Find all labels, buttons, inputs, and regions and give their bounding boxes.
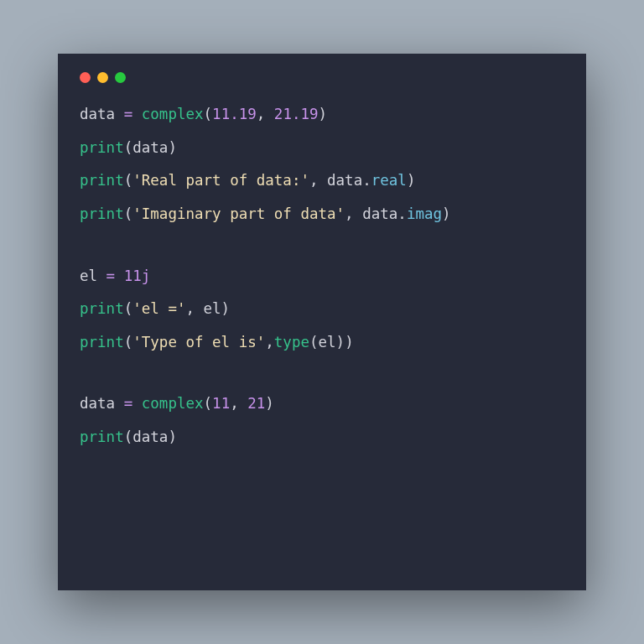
code-token: ( (124, 205, 133, 222)
code-token: data (362, 205, 397, 222)
code-token: data (327, 172, 362, 189)
code-token: ) (221, 300, 231, 317)
code-line: print('Imaginary part of data', data.ima… (80, 205, 564, 225)
code-token: ) (319, 106, 328, 122)
blank-line (80, 366, 564, 394)
code-token (132, 395, 142, 412)
code-token: el (319, 334, 336, 351)
code-token: , (265, 334, 274, 351)
code-token: print (80, 139, 124, 156)
code-line: el = 11j (80, 267, 564, 287)
code-token: 11.19 (212, 106, 257, 122)
minimize-icon[interactable] (97, 72, 108, 83)
code-token: complex (142, 395, 204, 412)
code-token: ) (168, 428, 177, 445)
code-token: )) (336, 334, 354, 351)
code-token: ( (124, 172, 133, 189)
code-line: data = complex(11.19, 21.19) (80, 105, 564, 125)
code-token: ( (124, 428, 133, 445)
code-token: print (80, 334, 124, 351)
code-token: imag (407, 205, 442, 222)
code-token: = (124, 395, 133, 412)
code-token: ( (204, 395, 213, 412)
code-token: type (274, 334, 309, 351)
code-token: ) (442, 205, 451, 222)
code-token: ( (309, 334, 319, 351)
zoom-icon[interactable] (115, 72, 126, 83)
code-token: ( (204, 106, 213, 122)
code-token: el (80, 267, 106, 284)
blank-line (80, 238, 564, 267)
code-token: ) (168, 139, 177, 156)
code-token: ) (265, 395, 274, 412)
code-line: print('Real part of data:', data.real) (80, 171, 564, 191)
code-token: 'el =' (132, 300, 185, 317)
code-token: print (80, 428, 124, 445)
code-token: ) (407, 172, 416, 189)
close-icon[interactable] (80, 72, 91, 83)
code-line: data = complex(11, 21) (80, 394, 564, 414)
code-token: 'Imaginary part of data' (132, 205, 345, 222)
code-token: ( (124, 300, 133, 317)
code-window: data = complex(11.19, 21.19)print(data)p… (58, 54, 586, 590)
code-token: . (397, 205, 407, 222)
code-token: complex (142, 106, 204, 122)
code-token: , (345, 205, 362, 222)
code-block: data = complex(11.19, 21.19)print(data)p… (80, 105, 564, 448)
code-token (115, 267, 124, 284)
code-token: print (80, 205, 124, 222)
code-token: 'Real part of data:' (132, 172, 309, 189)
code-line: print('el =', el) (80, 299, 564, 319)
code-token: 'Type of el is' (132, 334, 265, 351)
code-token: 21 (247, 395, 265, 412)
code-token: el (204, 300, 221, 317)
code-token: data (80, 106, 124, 122)
code-token: . (362, 172, 371, 189)
code-token: data (132, 139, 168, 156)
code-token: print (80, 172, 124, 189)
code-token: , (230, 395, 247, 412)
code-token: 11 (212, 395, 230, 412)
code-token: data (132, 428, 168, 445)
code-token: , (185, 300, 203, 317)
code-token: , (309, 172, 327, 189)
code-token: ( (124, 334, 133, 351)
code-line: print(data) (80, 138, 564, 158)
code-token (132, 106, 142, 122)
code-token: 21.19 (274, 106, 319, 122)
code-line: print('Type of el is',type(el)) (80, 333, 564, 353)
window-titlebar (80, 72, 564, 83)
code-token: ( (124, 139, 133, 156)
code-token: = (124, 106, 133, 122)
code-token: real (371, 172, 407, 189)
code-line: print(data) (80, 428, 564, 448)
code-token: 11j (124, 267, 151, 284)
code-token: , (257, 106, 274, 122)
code-token: = (106, 267, 116, 284)
code-token: data (80, 395, 124, 412)
code-token: print (80, 300, 124, 317)
